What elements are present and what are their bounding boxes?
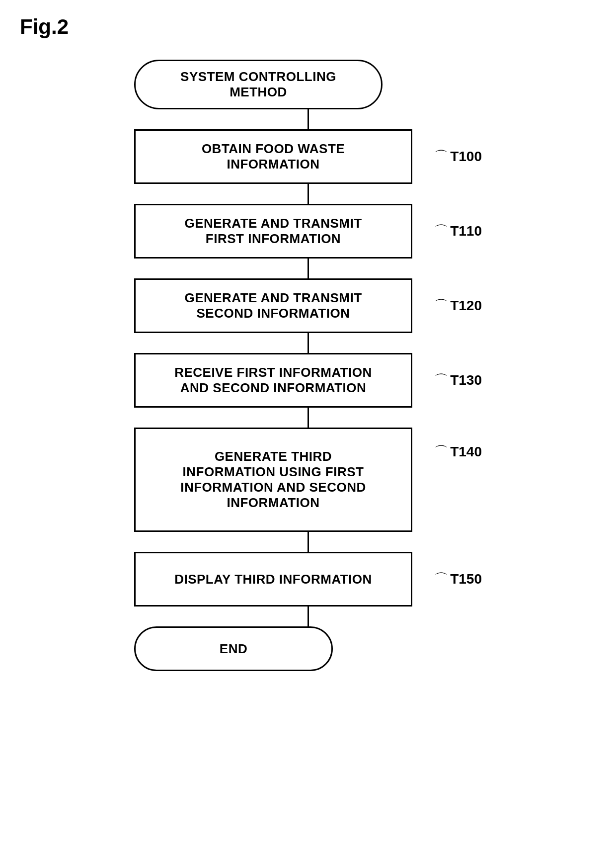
node-t140-text: GENERATE THIRDINFORMATION USING FIRSTINF… [180, 449, 366, 511]
node-t130: RECEIVE FIRST INFORMATIONAND SECOND INFO… [134, 353, 412, 408]
node-t150: DISPLAY THIRD INFORMATION [134, 552, 412, 607]
step-label-t120: ⌒T120 [434, 296, 482, 315]
node-end-text: END [220, 641, 247, 657]
node-t100: OBTAIN FOOD WASTEINFORMATION [134, 129, 412, 184]
node-t130-text: RECEIVE FIRST INFORMATIONAND SECOND INFO… [174, 365, 372, 396]
line-4 [308, 408, 309, 428]
node-t100-text: OBTAIN FOOD WASTEINFORMATION [202, 141, 345, 172]
node-t120-text: GENERATE AND TRANSMITSECOND INFORMATION [184, 290, 362, 321]
node-wrapper-t140: GENERATE THIRDINFORMATION USING FIRSTINF… [134, 428, 482, 532]
line-3 [308, 333, 309, 353]
step-label-t100: ⌒T100 [434, 147, 482, 166]
step-label-t110: ⌒T110 [434, 222, 482, 241]
line-1 [308, 184, 309, 204]
node-wrapper-t150: DISPLAY THIRD INFORMATION ⌒T150 [134, 552, 482, 607]
node-t150-text: DISPLAY THIRD INFORMATION [174, 572, 372, 587]
line-2 [308, 259, 309, 278]
node-wrapper-start: SYSTEM CONTROLLINGMETHOD [134, 60, 482, 109]
connector-3 [308, 333, 309, 353]
flowchart: SYSTEM CONTROLLINGMETHOD OBTAIN FOOD WAS… [20, 60, 596, 671]
page-container: Fig.2 SYSTEM CONTROLLINGMETHOD OBTAIN FO… [0, 0, 616, 867]
node-wrapper-t110: GENERATE AND TRANSMITFIRST INFORMATION ⌒… [134, 204, 482, 259]
step-label-t130: ⌒T130 [434, 371, 482, 390]
node-t110: GENERATE AND TRANSMITFIRST INFORMATION [134, 204, 412, 259]
node-wrapper-t120: GENERATE AND TRANSMITSECOND INFORMATION … [134, 278, 482, 333]
line-5 [308, 532, 309, 552]
connector-5 [308, 532, 309, 552]
node-end: END [134, 626, 333, 671]
line-6 [308, 607, 309, 626]
figure-label: Fig.2 [20, 15, 69, 39]
connector-1 [308, 184, 309, 204]
node-wrapper-t130: RECEIVE FIRST INFORMATIONAND SECOND INFO… [134, 353, 482, 408]
connector-0 [308, 109, 309, 129]
node-wrapper-end: END [134, 626, 482, 671]
node-t120: GENERATE AND TRANSMITSECOND INFORMATION [134, 278, 412, 333]
node-start-text: SYSTEM CONTROLLINGMETHOD [180, 69, 336, 100]
connector-6 [308, 607, 309, 626]
node-wrapper-t100: OBTAIN FOOD WASTEINFORMATION ⌒T100 [134, 129, 482, 184]
step-label-t150: ⌒T150 [434, 570, 482, 589]
connector-2 [308, 259, 309, 278]
step-label-t140: ⌒T140 [434, 442, 482, 461]
connector-4 [308, 408, 309, 428]
node-t140: GENERATE THIRDINFORMATION USING FIRSTINF… [134, 428, 412, 532]
node-t110-text: GENERATE AND TRANSMITFIRST INFORMATION [184, 216, 362, 247]
node-start: SYSTEM CONTROLLINGMETHOD [134, 60, 383, 109]
line-0 [308, 109, 309, 129]
